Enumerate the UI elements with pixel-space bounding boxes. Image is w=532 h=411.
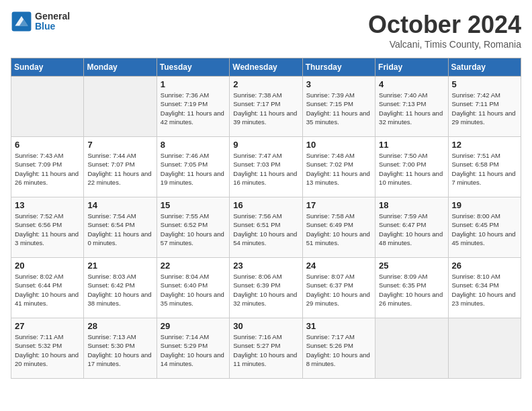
day-detail: Sunrise: 8:04 AM Sunset: 6:40 PM Dayligh… xyxy=(161,272,226,308)
day-detail: Sunrise: 7:51 AM Sunset: 6:58 PM Dayligh… xyxy=(452,151,517,187)
calendar-cell: 2Sunrise: 7:38 AM Sunset: 7:17 PM Daylig… xyxy=(230,77,302,137)
calendar-cell: 5Sunrise: 7:42 AM Sunset: 7:11 PM Daylig… xyxy=(448,77,521,137)
calendar-cell: 3Sunrise: 7:39 AM Sunset: 7:15 PM Daylig… xyxy=(302,77,375,137)
day-number: 29 xyxy=(161,321,226,331)
day-number: 1 xyxy=(161,79,226,89)
calendar-cell: 4Sunrise: 7:40 AM Sunset: 7:13 PM Daylig… xyxy=(375,77,448,137)
calendar-cell xyxy=(11,77,84,137)
day-number: 20 xyxy=(15,261,80,271)
day-detail: Sunrise: 7:54 AM Sunset: 6:54 PM Dayligh… xyxy=(87,212,152,247)
day-number: 7 xyxy=(87,140,152,150)
day-detail: Sunrise: 7:42 AM Sunset: 7:11 PM Dayligh… xyxy=(452,91,517,126)
day-number: 11 xyxy=(379,140,444,150)
logo-general: General xyxy=(35,11,70,21)
day-number: 4 xyxy=(379,79,444,89)
day-detail: Sunrise: 7:50 AM Sunset: 7:00 PM Dayligh… xyxy=(379,151,444,187)
calendar-week-1: 1Sunrise: 7:36 AM Sunset: 7:19 PM Daylig… xyxy=(11,77,521,137)
col-header-friday: Friday xyxy=(375,58,448,77)
col-header-tuesday: Tuesday xyxy=(157,58,229,77)
day-detail: Sunrise: 7:59 AM Sunset: 6:47 PM Dayligh… xyxy=(379,212,444,247)
logo: General Blue xyxy=(11,11,70,32)
month-title: October 2024 xyxy=(368,11,521,39)
day-number: 22 xyxy=(161,261,226,271)
day-number: 27 xyxy=(15,321,80,331)
calendar-cell: 19Sunrise: 8:00 AM Sunset: 6:45 PM Dayli… xyxy=(448,197,521,258)
day-detail: Sunrise: 7:48 AM Sunset: 7:02 PM Dayligh… xyxy=(306,151,371,187)
day-detail: Sunrise: 7:55 AM Sunset: 6:52 PM Dayligh… xyxy=(161,212,226,247)
day-number: 23 xyxy=(233,261,298,271)
calendar-header-row: SundayMondayTuesdayWednesdayThursdayFrid… xyxy=(11,58,521,77)
title-section: October 2024 Valcani, Timis County, Roma… xyxy=(368,11,521,50)
calendar-cell: 8Sunrise: 7:46 AM Sunset: 7:05 PM Daylig… xyxy=(157,137,229,197)
col-header-sunday: Sunday xyxy=(11,58,84,77)
calendar-cell: 22Sunrise: 8:04 AM Sunset: 6:40 PM Dayli… xyxy=(157,258,229,318)
calendar-cell: 18Sunrise: 7:59 AM Sunset: 6:47 PM Dayli… xyxy=(375,197,448,258)
day-number: 10 xyxy=(306,140,371,150)
day-number: 5 xyxy=(452,79,517,89)
day-detail: Sunrise: 7:47 AM Sunset: 7:03 PM Dayligh… xyxy=(233,151,298,187)
day-number: 16 xyxy=(233,200,298,210)
calendar-cell: 14Sunrise: 7:54 AM Sunset: 6:54 PM Dayli… xyxy=(84,197,157,258)
day-number: 9 xyxy=(233,140,298,150)
logo-blue: Blue xyxy=(35,21,70,32)
day-detail: Sunrise: 8:02 AM Sunset: 6:44 PM Dayligh… xyxy=(15,272,80,308)
day-detail: Sunrise: 8:10 AM Sunset: 6:34 PM Dayligh… xyxy=(452,272,517,308)
day-detail: Sunrise: 8:06 AM Sunset: 6:39 PM Dayligh… xyxy=(233,272,298,308)
day-detail: Sunrise: 7:11 AM Sunset: 5:32 PM Dayligh… xyxy=(15,332,80,368)
day-number: 15 xyxy=(161,200,226,210)
day-number: 28 xyxy=(87,321,152,331)
calendar-cell: 11Sunrise: 7:50 AM Sunset: 7:00 PM Dayli… xyxy=(375,137,448,197)
calendar-week-5: 27Sunrise: 7:11 AM Sunset: 5:32 PM Dayli… xyxy=(11,318,521,379)
day-detail: Sunrise: 7:39 AM Sunset: 7:15 PM Dayligh… xyxy=(306,91,371,126)
day-detail: Sunrise: 7:58 AM Sunset: 6:49 PM Dayligh… xyxy=(306,212,371,247)
day-number: 3 xyxy=(306,79,371,89)
calendar-cell: 16Sunrise: 7:56 AM Sunset: 6:51 PM Dayli… xyxy=(230,197,302,258)
day-number: 30 xyxy=(233,321,298,331)
day-number: 31 xyxy=(306,321,371,331)
calendar-cell: 24Sunrise: 8:07 AM Sunset: 6:37 PM Dayli… xyxy=(302,258,375,318)
day-detail: Sunrise: 7:38 AM Sunset: 7:17 PM Dayligh… xyxy=(233,91,298,126)
day-detail: Sunrise: 7:52 AM Sunset: 6:56 PM Dayligh… xyxy=(15,212,80,247)
day-detail: Sunrise: 7:43 AM Sunset: 7:09 PM Dayligh… xyxy=(15,151,80,187)
day-number: 26 xyxy=(452,261,517,271)
calendar-cell: 9Sunrise: 7:47 AM Sunset: 7:03 PM Daylig… xyxy=(230,137,302,197)
calendar-table: SundayMondayTuesdayWednesdayThursdayFrid… xyxy=(11,58,521,379)
calendar-cell xyxy=(84,77,157,137)
page-header: General Blue October 2024 Valcani, Timis… xyxy=(11,11,521,50)
day-detail: Sunrise: 8:00 AM Sunset: 6:45 PM Dayligh… xyxy=(452,212,517,247)
day-number: 2 xyxy=(233,79,298,89)
calendar-cell: 20Sunrise: 8:02 AM Sunset: 6:44 PM Dayli… xyxy=(11,258,84,318)
col-header-saturday: Saturday xyxy=(448,58,521,77)
day-detail: Sunrise: 7:46 AM Sunset: 7:05 PM Dayligh… xyxy=(161,151,226,187)
day-detail: Sunrise: 8:07 AM Sunset: 6:37 PM Dayligh… xyxy=(306,272,371,308)
calendar-cell: 30Sunrise: 7:16 AM Sunset: 5:27 PM Dayli… xyxy=(230,318,302,379)
calendar-cell xyxy=(375,318,448,379)
day-detail: Sunrise: 7:14 AM Sunset: 5:29 PM Dayligh… xyxy=(161,332,226,368)
calendar-week-2: 6Sunrise: 7:43 AM Sunset: 7:09 PM Daylig… xyxy=(11,137,521,197)
calendar-cell: 21Sunrise: 8:03 AM Sunset: 6:42 PM Dayli… xyxy=(84,258,157,318)
calendar-cell: 10Sunrise: 7:48 AM Sunset: 7:02 PM Dayli… xyxy=(302,137,375,197)
calendar-cell: 12Sunrise: 7:51 AM Sunset: 6:58 PM Dayli… xyxy=(448,137,521,197)
calendar-cell: 7Sunrise: 7:44 AM Sunset: 7:07 PM Daylig… xyxy=(84,137,157,197)
calendar-week-3: 13Sunrise: 7:52 AM Sunset: 6:56 PM Dayli… xyxy=(11,197,521,258)
day-detail: Sunrise: 7:56 AM Sunset: 6:51 PM Dayligh… xyxy=(233,212,298,247)
day-number: 24 xyxy=(306,261,371,271)
day-detail: Sunrise: 7:17 AM Sunset: 5:26 PM Dayligh… xyxy=(306,332,371,368)
calendar-cell: 6Sunrise: 7:43 AM Sunset: 7:09 PM Daylig… xyxy=(11,137,84,197)
day-detail: Sunrise: 7:36 AM Sunset: 7:19 PM Dayligh… xyxy=(161,91,226,126)
day-number: 25 xyxy=(379,261,444,271)
calendar-cell: 28Sunrise: 7:13 AM Sunset: 5:30 PM Dayli… xyxy=(84,318,157,379)
calendar-cell xyxy=(448,318,521,379)
col-header-wednesday: Wednesday xyxy=(230,58,302,77)
day-number: 21 xyxy=(87,261,152,271)
day-number: 17 xyxy=(306,200,371,210)
logo-icon xyxy=(11,11,32,32)
day-number: 8 xyxy=(161,140,226,150)
calendar-cell: 27Sunrise: 7:11 AM Sunset: 5:32 PM Dayli… xyxy=(11,318,84,379)
day-detail: Sunrise: 7:13 AM Sunset: 5:30 PM Dayligh… xyxy=(87,332,152,368)
calendar-cell: 26Sunrise: 8:10 AM Sunset: 6:34 PM Dayli… xyxy=(448,258,521,318)
calendar-cell: 29Sunrise: 7:14 AM Sunset: 5:29 PM Dayli… xyxy=(157,318,229,379)
day-number: 6 xyxy=(15,140,80,150)
day-detail: Sunrise: 8:09 AM Sunset: 6:35 PM Dayligh… xyxy=(379,272,444,308)
col-header-monday: Monday xyxy=(84,58,157,77)
